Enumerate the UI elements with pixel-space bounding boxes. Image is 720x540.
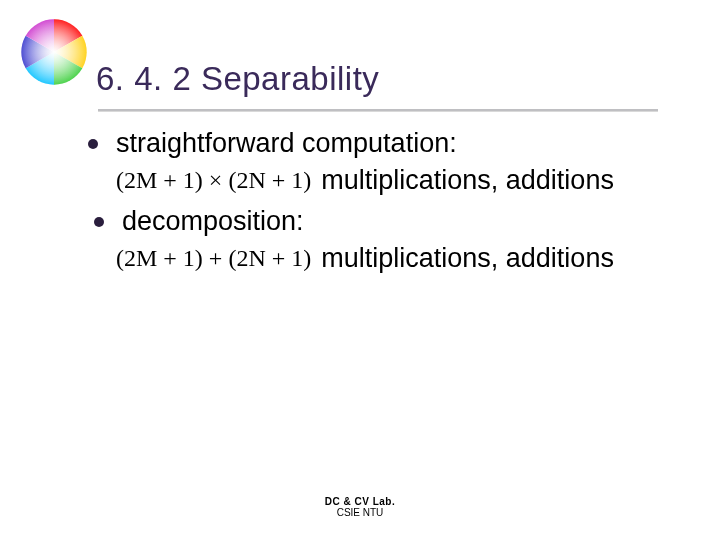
bullet-text: decomposition: xyxy=(122,206,304,237)
slide: 6. 4. 2 Separability straightforward com… xyxy=(0,0,720,540)
slide-title: 6. 4. 2 Separability xyxy=(0,28,720,98)
bullet-item-2: decomposition: xyxy=(94,206,704,237)
title-underline xyxy=(98,108,658,111)
formula-expression: (2M + 1) × (2N + 1) xyxy=(116,167,311,194)
bullet-icon xyxy=(94,217,104,227)
bullet-item-1: straightforward computation: xyxy=(88,128,704,159)
formula-expression: (2M + 1) + (2N + 1) xyxy=(116,245,311,272)
formula-after-text: multiplications, additions xyxy=(321,243,614,274)
formula-after-text: multiplications, additions xyxy=(321,165,614,196)
formula-row-1: (2M + 1) × (2N + 1) multiplications, add… xyxy=(116,165,704,196)
slide-content: straightforward computation: (2M + 1) × … xyxy=(0,98,720,274)
bullet-icon xyxy=(88,139,98,149)
footer-department: CSIE NTU xyxy=(0,507,720,518)
formula-row-2: (2M + 1) + (2N + 1) multiplications, add… xyxy=(116,243,704,274)
svg-point-6 xyxy=(21,19,86,84)
footer-lab-name: DC & CV Lab. xyxy=(0,496,720,507)
slide-footer: DC & CV Lab. CSIE NTU xyxy=(0,496,720,518)
slide-header: 6. 4. 2 Separability xyxy=(0,0,720,98)
color-wheel-icon xyxy=(20,18,88,86)
bullet-text: straightforward computation: xyxy=(116,128,457,159)
